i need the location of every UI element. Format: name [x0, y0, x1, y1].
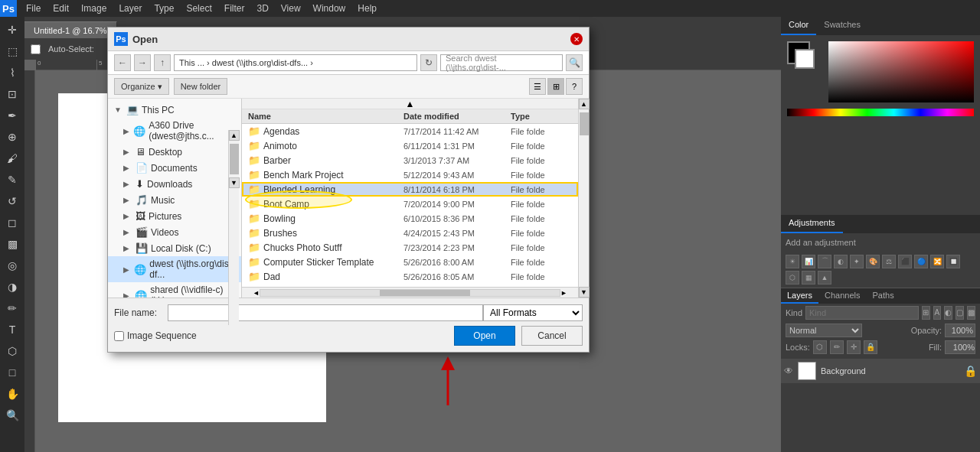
h-scroll-right-icon[interactable]: ►: [560, 289, 567, 297]
file-name-6: Bowling: [263, 213, 403, 224]
file-date-11: 6/12/2017 8:35 AM: [403, 287, 511, 288]
filelist-scroll-down[interactable]: ▼: [579, 287, 590, 298]
sidebar-expander-desktop[interactable]: ▶: [123, 148, 132, 156]
file-icon-9: 📁: [248, 256, 260, 268]
file-row-10[interactable]: 📁 Dad 5/26/2016 8:05 AM File folde: [242, 269, 578, 284]
sidebar-item-documents[interactable]: ▶ 📄 Documents: [108, 160, 241, 176]
sidebar-label-videos: Videos: [151, 227, 178, 238]
organize-chevron-icon: ▾: [158, 82, 162, 92]
sidebar-expander-videos[interactable]: ▶: [123, 228, 132, 236]
image-sequence-checkbox-row: Image Sequence: [114, 330, 448, 341]
image-sequence-label: Image Sequence: [127, 330, 197, 341]
file-name-0: Agendas: [263, 126, 403, 137]
filelist-scroll-up-arrow[interactable]: ▲: [242, 99, 578, 109]
sidebar-label-pictures: Pictures: [149, 211, 181, 222]
file-row-7[interactable]: 📁 Brushes 4/24/2015 2:43 PM File folde: [242, 226, 578, 240]
dialog-address-bar: ← → ↑ This ... › dwest (\\jths.org\dist-…: [108, 51, 589, 75]
sidebar-expander-shared-u[interactable]: ▶: [123, 291, 132, 298]
view-details-icon[interactable]: ☰: [529, 78, 546, 95]
sidebar-expander-downloads[interactable]: ▶: [123, 180, 132, 188]
file-date-1: 6/11/2014 1:31 PM: [403, 141, 511, 151]
filelist-scroll-thumb[interactable]: [580, 112, 589, 135]
sidebar-item-local-disk[interactable]: ▶ 💾 Local Disk (C:): [108, 240, 241, 256]
file-row-9[interactable]: 📁 Computer Sticker Template 5/26/2016 8:…: [242, 255, 578, 269]
sidebar-item-a360[interactable]: ▶ 🌐 A360 Drive (dwest@jths.c...: [108, 118, 241, 144]
sidebar-item-videos[interactable]: ▶ 🎬 Videos: [108, 224, 241, 240]
h-scroll-left-icon[interactable]: ◄: [253, 289, 260, 297]
sidebar-expander-pictures[interactable]: ▶: [123, 212, 132, 220]
file-row-2[interactable]: 📁 Barber 3/1/2013 7:37 AM File folde: [242, 153, 578, 167]
image-sequence-checkbox[interactable]: [114, 331, 124, 341]
search-box[interactable]: Search dwest (\\jths.org\dist-...: [440, 54, 563, 71]
format-select[interactable]: All Formats JPEG PNG PSD: [483, 304, 583, 321]
back-button[interactable]: ←: [114, 54, 131, 71]
sidebar-scroll-thumb[interactable]: [230, 144, 239, 174]
view-buttons: ☰ ⊞ ?: [529, 78, 583, 95]
sidebar-expander-dwest[interactable]: ▶: [123, 265, 131, 274]
horizontal-scrollbar[interactable]: ◄ ►: [242, 287, 578, 298]
view-help-icon[interactable]: ?: [566, 78, 583, 95]
sidebar-item-shared-u[interactable]: ▶ 🌐 shared (\\vidfile-c) (U:): [108, 282, 241, 298]
sidebar-item-music[interactable]: ▶ 🎵 Music: [108, 192, 241, 208]
file-row-11[interactable]: 📁 Drafting 6/12/2017 8:35 AM File folde: [242, 284, 578, 287]
file-row-4[interactable]: 📁 Blended Learning 8/11/2014 6:18 PM Fil…: [242, 182, 578, 197]
file-date-4: 8/11/2014 6:18 PM: [403, 185, 511, 194]
file-row-0[interactable]: 📁 Agendas 7/17/2014 11:42 AM File folde: [242, 124, 578, 138]
cancel-button[interactable]: Cancel: [521, 326, 583, 346]
col-date-header: Date modified: [403, 112, 511, 121]
dialog-title-text: Open: [132, 34, 158, 45]
organize-label: Organize: [121, 82, 155, 91]
file-date-5: 7/20/2014 9:00 PM: [403, 200, 511, 209]
sidebar-label-local-disk: Local Disk (C:): [151, 243, 211, 254]
file-name-10: Dad: [263, 272, 403, 282]
file-row-5[interactable]: 📁 Boot Camp 7/20/2014 9:00 PM File folde: [242, 197, 578, 211]
forward-button[interactable]: →: [134, 54, 151, 71]
file-list-scroll[interactable]: 📁 Agendas 7/17/2014 11:42 AM File folde …: [242, 124, 578, 287]
filename-input[interactable]: [168, 304, 483, 321]
videos-icon: 🎬: [136, 226, 148, 238]
sidebar-item-desktop[interactable]: ▶ 🖥 Desktop: [108, 144, 241, 160]
filelist-scrollbar[interactable]: ▲ ▼: [578, 99, 589, 298]
sidebar-item-downloads[interactable]: ▶ ⬇ Downloads: [108, 176, 241, 192]
organize-button[interactable]: Organize ▾: [114, 78, 169, 95]
filename-row: File name: All Formats JPEG PNG PSD: [114, 304, 583, 321]
filelist-scroll-up[interactable]: ▲: [579, 99, 590, 109]
dialog-toolbar: Organize ▾ New folder ☰ ⊞ ?: [108, 75, 589, 99]
open-button[interactable]: Open: [454, 326, 515, 346]
sidebar-item-pictures[interactable]: ▶ 🖼 Pictures: [108, 208, 241, 224]
address-path[interactable]: This ... › dwest (\\jths.org\dist-dfs...…: [174, 54, 417, 71]
file-type-6: File folde: [511, 214, 572, 223]
sidebar-label-a360: A360 Drive (dwest@jths.c...: [149, 120, 235, 141]
search-icon[interactable]: 🔍: [566, 54, 583, 71]
refresh-button[interactable]: ↻: [420, 54, 437, 71]
sidebar-label-shared-u: shared (\\vidfile-c) (U:): [150, 285, 235, 298]
view-list-icon[interactable]: ⊞: [547, 78, 564, 95]
sidebar-expander-music[interactable]: ▶: [123, 196, 132, 204]
file-date-0: 7/17/2014 11:42 AM: [403, 127, 511, 136]
sidebar-expander-a360[interactable]: ▶: [123, 127, 130, 135]
file-row-6[interactable]: 📁 Bowling 6/10/2015 8:36 PM File folde: [242, 211, 578, 226]
file-type-2: File folde: [511, 156, 572, 165]
up-button[interactable]: ↑: [154, 54, 171, 71]
file-icon-8: 📁: [248, 242, 260, 253]
file-row-3[interactable]: 📁 Bench Mark Project 5/12/2014 9:43 AM F…: [242, 167, 578, 182]
dialog-close-button[interactable]: ✕: [570, 33, 583, 45]
sidebar-scrollbar[interactable]: ▲ ▼: [228, 130, 239, 325]
sidebar-scroll-up[interactable]: ▲: [229, 130, 240, 141]
h-scroll-thumb[interactable]: [380, 290, 469, 296]
sidebar-expander-documents[interactable]: ▶: [123, 164, 132, 172]
file-type-4: File folde: [511, 185, 572, 194]
new-folder-button[interactable]: New folder: [174, 78, 228, 95]
sidebar-expander-local-disk[interactable]: ▶: [123, 244, 132, 252]
filename-label: File name:: [114, 307, 168, 318]
sidebar-expander-this-pc[interactable]: ▼: [114, 106, 123, 114]
sidebar-item-dwest[interactable]: ▶ 🌐 dwest (\\jths.org\dist-df...: [108, 256, 241, 282]
file-row-8[interactable]: 📁 Chucks Photo Sutff 7/23/2014 2:23 PM F…: [242, 240, 578, 255]
h-scroll-track[interactable]: [260, 289, 560, 297]
file-row-1[interactable]: 📁 Animoto 6/11/2014 1:31 PM File folde: [242, 138, 578, 153]
sidebar-label-this-pc: This PC: [142, 105, 175, 115]
sidebar-item-this-pc[interactable]: ▼ 💻 This PC: [108, 102, 241, 118]
dialog-body: ▲ ▼ ▼ 💻 This PC ▶ 🌐 A360 Drive (dwest@jt…: [108, 99, 589, 298]
file-type-5: File folde: [511, 200, 572, 209]
sidebar-scroll-down[interactable]: ▼: [229, 177, 240, 188]
